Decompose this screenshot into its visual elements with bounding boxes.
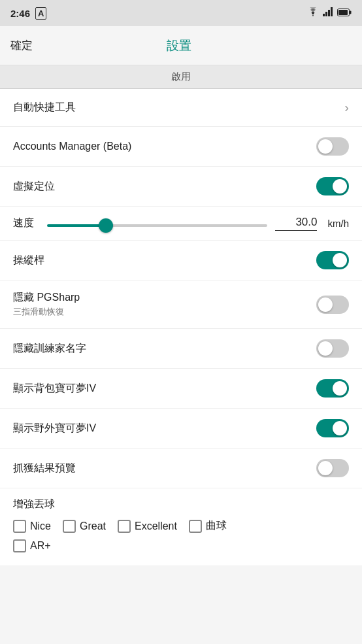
header: 確定 設置 <box>0 26 362 65</box>
checkbox-nice-box <box>13 520 26 533</box>
enhanced-throw-checkboxes: Nice Great Excellent 曲球 <box>13 519 349 539</box>
svg-rect-3 <box>331 7 333 16</box>
speed-slider[interactable] <box>47 224 267 227</box>
svg-rect-1 <box>325 12 327 16</box>
setting-joystick: 操縱桿 <box>0 241 362 280</box>
toggle-hide-trainer[interactable] <box>316 339 349 358</box>
checkbox-ar-plus[interactable]: AR+ <box>13 539 51 552</box>
checkbox-curve-label: 曲球 <box>206 519 227 533</box>
setting-auto-shortcut[interactable]: 自動快捷工具 › <box>0 89 362 127</box>
checkbox-excellent-label: Excellent <box>135 520 177 532</box>
toggle-joystick[interactable] <box>316 251 349 269</box>
status-bar: 2:46 A <box>0 0 362 26</box>
toggle-hide-pgsharp[interactable] <box>316 296 349 314</box>
checkbox-nice[interactable]: Nice <box>13 520 51 533</box>
status-a-icon: A <box>35 7 46 20</box>
checkbox-excellent-box <box>118 520 131 533</box>
wifi-icon <box>307 7 319 19</box>
speed-value[interactable]: 30.0 <box>275 216 317 231</box>
svg-rect-2 <box>328 10 330 16</box>
status-time-area: 2:46 A <box>10 7 46 20</box>
setting-show-wild-iv: 顯示野外寶可夢IV <box>0 409 362 449</box>
setting-show-backpack-iv: 顯示背包寶可夢IV <box>0 369 362 409</box>
checkbox-curve[interactable]: 曲球 <box>189 519 227 533</box>
setting-hide-trainer: 隱藏訓練家名字 <box>0 329 362 369</box>
signal-icon <box>323 7 333 19</box>
setting-enhanced-throw: 增強丟球 Nice Great Excellent 曲球 <box>0 488 362 566</box>
section-enabled-label: 啟用 <box>0 65 362 89</box>
status-time: 2:46 <box>10 8 30 19</box>
page-title: 設置 <box>33 37 325 54</box>
checkbox-ar-plus-label: AR+ <box>30 540 51 552</box>
enhanced-throw-checkboxes-row2: AR+ <box>13 539 349 559</box>
toggle-show-wild-iv[interactable] <box>316 419 349 437</box>
setting-capture-preview: 抓獲結果預覽 <box>0 449 362 488</box>
enhanced-throw-title: 增強丟球 <box>13 498 349 511</box>
toggle-show-backpack-iv[interactable] <box>316 379 349 398</box>
checkbox-nice-label: Nice <box>30 520 51 532</box>
checkbox-great-box <box>63 520 76 533</box>
toggle-capture-preview[interactable] <box>316 459 349 477</box>
svg-rect-0 <box>323 14 325 16</box>
svg-rect-6 <box>350 11 352 14</box>
battery-icon <box>337 7 352 19</box>
checkbox-curve-box <box>189 520 202 533</box>
toggle-accounts-manager[interactable] <box>316 137 349 156</box>
svg-rect-5 <box>338 10 348 15</box>
setting-hide-pgsharp: 隱藏 PGSharp 三指滑動恢復 <box>0 280 362 329</box>
checkbox-great[interactable]: Great <box>63 520 106 533</box>
setting-virtual-location: 虛擬定位 <box>0 167 362 207</box>
settings-list: 自動快捷工具 › Accounts Manager (Beta) 虛擬定位 速度… <box>0 89 362 566</box>
checkbox-ar-plus-box <box>13 539 26 552</box>
setting-accounts-manager: Accounts Manager (Beta) <box>0 127 362 167</box>
checkbox-excellent[interactable]: Excellent <box>118 520 177 533</box>
toggle-virtual-location[interactable] <box>316 177 349 195</box>
setting-speed: 速度 30.0 km/h <box>0 207 362 241</box>
confirm-button[interactable]: 確定 <box>10 38 33 53</box>
checkbox-great-label: Great <box>80 520 106 532</box>
chevron-icon: › <box>344 100 349 115</box>
status-icons <box>307 7 352 19</box>
